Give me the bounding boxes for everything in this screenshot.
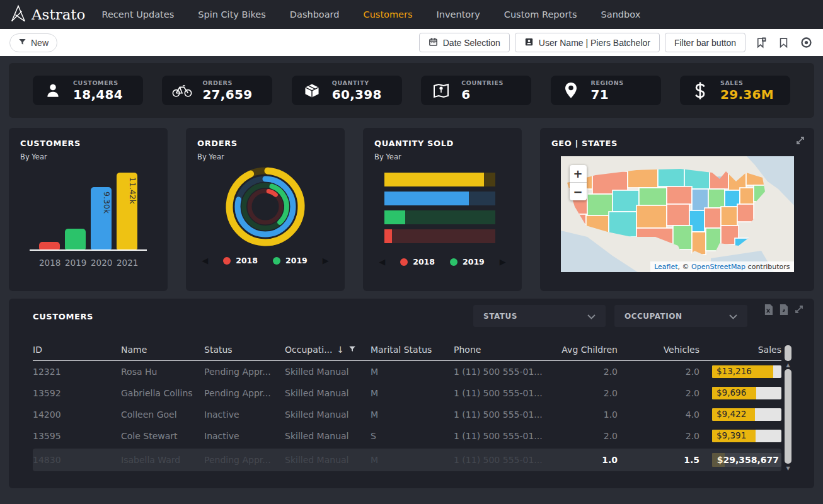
table-title: CUSTOMERS bbox=[33, 312, 93, 321]
scroll-up-arrow[interactable]: ▲ bbox=[785, 362, 791, 368]
quantity-bar-2020[interactable] bbox=[384, 192, 495, 205]
legend-item-2019[interactable]: 2019 bbox=[273, 256, 308, 265]
legend-prev-icon[interactable]: ◀ bbox=[202, 256, 208, 265]
column-header-sales[interactable]: Sales bbox=[758, 345, 781, 355]
kpi-label: SALES bbox=[720, 79, 774, 86]
geo-states-card: GEO | STATES bbox=[540, 128, 814, 291]
quantity-bar-chart[interactable] bbox=[384, 173, 495, 243]
brand-logo[interactable]: Astrato bbox=[10, 4, 85, 25]
legend-next-icon[interactable]: ▶ bbox=[500, 257, 506, 266]
table-row[interactable]: 13592Gabriella CollinsPending Appr...Ski… bbox=[33, 382, 781, 404]
cell-status: Inactive bbox=[204, 410, 285, 420]
person-icon bbox=[42, 83, 64, 99]
export-excel-icon[interactable] bbox=[764, 304, 773, 318]
scroll-down-arrow[interactable]: ▼ bbox=[785, 466, 791, 471]
column-header-vehicles[interactable]: Vehicles bbox=[664, 345, 699, 355]
kpi-value: 71 bbox=[591, 87, 624, 102]
cell-occupation: Skilled Manual bbox=[285, 410, 371, 420]
table-row[interactable]: 13595Cole StewartInactiveSkilled ManualS… bbox=[33, 425, 781, 447]
column-header-avg-children[interactable]: Avg Children bbox=[561, 345, 618, 355]
legend-item-2018[interactable]: 2018 bbox=[400, 257, 435, 266]
legend-prev-icon[interactable]: ◀ bbox=[379, 257, 385, 266]
bar-value-label: 11.42k bbox=[117, 177, 137, 204]
legend-item-2019[interactable]: 2019 bbox=[450, 257, 485, 266]
bar-2021[interactable]: 11.42k bbox=[117, 173, 137, 249]
nav-item-custom-reports[interactable]: Custom Reports bbox=[504, 9, 577, 20]
funnel-icon bbox=[18, 38, 26, 48]
partially-visible-row: 14830Isabella WardPending Appr...Skilled… bbox=[33, 449, 781, 471]
column-header-occupati[interactable]: Occupati...↓ bbox=[285, 345, 371, 355]
table-row[interactable]: 14200Colleen GoelInactiveSkilled ManualM… bbox=[33, 404, 781, 425]
nav-item-sandbox[interactable]: Sandbox bbox=[601, 9, 641, 20]
cell-occupation: Skilled Manual bbox=[285, 431, 371, 441]
new-filter-button[interactable]: New bbox=[9, 33, 57, 52]
column-header-status[interactable]: Status bbox=[204, 345, 285, 355]
orders-chart-card: ORDERS By Year ◀20182019▶ bbox=[186, 128, 345, 291]
sales-value: $9,696 bbox=[717, 387, 746, 398]
chart-subtitle: By Year bbox=[197, 152, 333, 161]
orders-legend: ◀20182019▶ bbox=[197, 256, 333, 265]
cell-name: Rosa Hu bbox=[121, 367, 204, 377]
legend-dot bbox=[450, 258, 458, 266]
chevron-down-icon bbox=[729, 310, 737, 322]
quantity-bar-2021[interactable] bbox=[384, 173, 495, 186]
kpi-card-countries: COUNTRIES6 bbox=[421, 76, 531, 105]
legend-label: 2019 bbox=[463, 257, 485, 266]
bar-2018[interactable] bbox=[39, 242, 60, 249]
column-header-marital-status[interactable]: Marital Status bbox=[371, 345, 454, 355]
occupation-filter-select[interactable]: OCCUPATION bbox=[614, 305, 747, 327]
table-row[interactable]: 12321Rosa HuPending Appr...Skilled Manua… bbox=[33, 361, 781, 382]
scrollbar-thumb[interactable] bbox=[785, 369, 791, 464]
status-filter-select[interactable]: STATUS bbox=[473, 305, 606, 327]
sales-bar: $9,696 bbox=[712, 387, 781, 399]
orders-donut-chart[interactable] bbox=[224, 165, 307, 248]
x-tick-label: 2020 bbox=[91, 258, 112, 268]
filter-bar-button[interactable]: Filter bar button bbox=[665, 33, 745, 52]
cell-avg-children: 2.0 bbox=[604, 388, 618, 398]
bar-2019[interactable] bbox=[65, 229, 86, 249]
bar-2020[interactable]: 9.30k bbox=[91, 187, 112, 249]
cell-occupation: Skilled Manual bbox=[285, 388, 371, 398]
nav-item-dashboard[interactable]: Dashboard bbox=[290, 9, 340, 20]
filter-icon[interactable] bbox=[348, 345, 356, 355]
ghost-cell: 1 (11) 500 555-01... bbox=[454, 455, 548, 465]
ghost-cell: Pending Appr... bbox=[204, 455, 285, 465]
legend-label: 2018 bbox=[236, 256, 258, 265]
package-icon bbox=[301, 83, 323, 99]
kpi-card-orders: ORDERS27,659 bbox=[162, 76, 272, 105]
nav-item-spin-city-bikes[interactable]: Spin City Bikes bbox=[198, 9, 266, 20]
bookmark-icon[interactable] bbox=[776, 35, 791, 50]
nav-item-customers[interactable]: Customers bbox=[364, 9, 413, 20]
column-header-name[interactable]: Name bbox=[121, 345, 204, 355]
export-csv-icon[interactable] bbox=[779, 304, 788, 318]
sales-value: $9,422 bbox=[717, 409, 746, 419]
nav-item-recent-updates[interactable]: Recent Updates bbox=[101, 9, 174, 20]
customers-table-panel: CUSTOMERS STATUS OCCUPATION bbox=[9, 299, 814, 488]
date-selection-button[interactable]: Date Selection bbox=[419, 33, 510, 52]
user-name-button[interactable]: User Name | Piers Batchelor bbox=[515, 33, 660, 52]
eye-icon[interactable] bbox=[798, 35, 814, 50]
zoom-in-button[interactable]: + bbox=[570, 165, 587, 183]
dollar-icon bbox=[689, 81, 711, 100]
expand-icon[interactable] bbox=[794, 304, 804, 318]
osm-link[interactable]: OpenStreetMap bbox=[691, 263, 745, 271]
quantity-bar-2019[interactable] bbox=[384, 210, 495, 224]
customers-bar-chart[interactable]: 9.30k11.42k bbox=[20, 169, 156, 249]
scrollbar-cap[interactable] bbox=[785, 345, 791, 361]
map-icon bbox=[430, 83, 452, 99]
nav-item-inventory[interactable]: Inventory bbox=[437, 9, 480, 20]
cell-vehicles: 2.0 bbox=[686, 388, 699, 398]
quantity-bar-2018[interactable] bbox=[384, 229, 495, 243]
legend-next-icon[interactable]: ▶ bbox=[323, 256, 329, 265]
sort-desc-icon[interactable]: ↓ bbox=[337, 345, 344, 355]
legend-item-2018[interactable]: 2018 bbox=[223, 256, 258, 265]
column-header-phone[interactable]: Phone bbox=[454, 345, 548, 355]
zoom-out-button[interactable]: − bbox=[570, 183, 587, 200]
bookmark-add-icon[interactable] bbox=[753, 35, 768, 50]
expand-icon[interactable] bbox=[795, 135, 805, 148]
ghost-cell: Skilled Manual bbox=[285, 455, 371, 465]
pin-icon bbox=[560, 82, 582, 99]
leaflet-link[interactable]: Leaflet bbox=[654, 263, 677, 271]
leaflet-map[interactable]: + − Leaflet, © OpenStreetMap contributor… bbox=[561, 156, 794, 272]
column-header-id[interactable]: ID bbox=[33, 345, 121, 355]
